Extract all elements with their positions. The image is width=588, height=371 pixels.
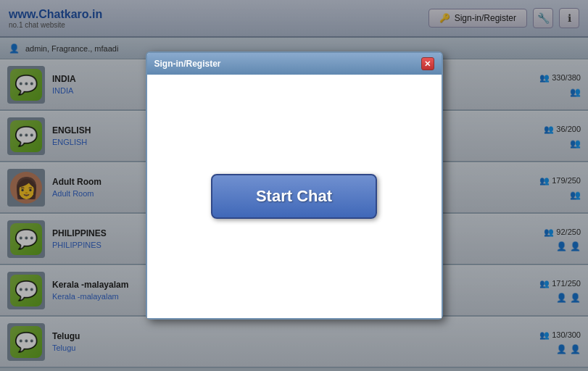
start-chat-button[interactable]: Start Chat bbox=[211, 174, 377, 219]
close-icon: ✕ bbox=[424, 59, 431, 69]
modal-close-button[interactable]: ✕ bbox=[421, 57, 434, 70]
modal-title: Sign-in/Register bbox=[154, 59, 221, 69]
modal-overlay: Sign-in/Register ✕ Start Chat bbox=[0, 0, 588, 371]
signin-modal: Sign-in/Register ✕ Start Chat bbox=[146, 51, 443, 320]
modal-body: Start Chat bbox=[147, 75, 442, 318]
modal-titlebar: Sign-in/Register ✕ bbox=[147, 53, 442, 75]
